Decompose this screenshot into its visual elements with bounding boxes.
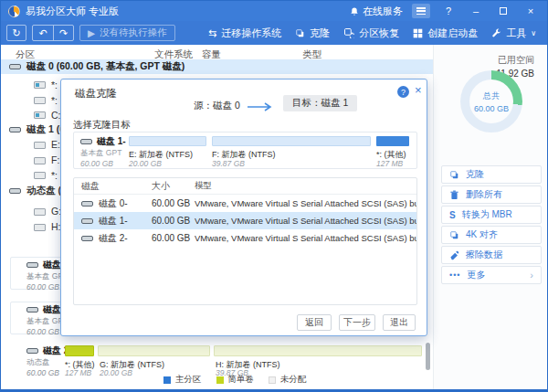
- migrate-os-label: 迁移操作系统: [221, 26, 281, 40]
- online-service-button[interactable]: 在线服务: [350, 5, 403, 18]
- chevron-right-icon: ›: [530, 270, 533, 281]
- maximize-icon: [500, 7, 507, 15]
- sidebar-more-button[interactable]: ••• 更多 ›: [441, 266, 542, 284]
- drive-icon: [34, 208, 46, 216]
- exit-button[interactable]: 退出: [383, 314, 416, 331]
- legend-simple: 简单卷: [216, 374, 255, 386]
- back-button[interactable]: 返回: [297, 314, 332, 331]
- next-button[interactable]: 下一步: [339, 314, 375, 331]
- partition-recovery-label: 分区恢复: [359, 26, 399, 40]
- used-space-label: 已用空间: [498, 55, 534, 65]
- header-disk: 磁盘: [74, 180, 152, 193]
- disk-icon: [26, 348, 38, 354]
- tree-item-volume[interactable]: *:: [34, 95, 58, 106]
- sidebar-convert-mbr-button[interactable]: S 转换为 MBR: [441, 206, 542, 224]
- pending-operations-button[interactable]: ▶ 没有待执行操作: [79, 25, 175, 41]
- preview-partition-e[interactable]: [129, 136, 206, 146]
- migrate-os-button[interactable]: ⇆ 迁移操作系统: [208, 26, 281, 40]
- pending-operations-label: 没有待执行操作: [100, 26, 167, 39]
- disk-table-row-0[interactable]: 磁盘 0- 60.00 GB VMware, VMware Virtual S …: [74, 195, 416, 212]
- help-button[interactable]: ?: [439, 4, 458, 18]
- partition-size: 127 MB: [376, 159, 403, 168]
- tree-item-volume[interactable]: C:: [34, 110, 61, 121]
- close-button[interactable]: ×: [522, 4, 540, 18]
- tree-disk0-label: 磁盘 0 (60.00 GB, 基本盘, GPT 磁盘): [26, 60, 184, 73]
- disk-table-row-2[interactable]: 磁盘 2- 60.00 GB VMware, VMware Virtual S …: [74, 229, 416, 247]
- boot-disk-icon: [413, 28, 423, 38]
- primary-swatch: [163, 376, 171, 384]
- disk-icon: [81, 236, 93, 241]
- hamburger-icon: [416, 7, 426, 15]
- refresh-button[interactable]: ↻: [6, 25, 26, 41]
- legend-unallocated: 未分配: [269, 374, 307, 386]
- dialog-close-button[interactable]: ×: [415, 84, 422, 96]
- migrate-icon: ⇆: [208, 27, 216, 39]
- sidebar-delete-all-button[interactable]: 删除所有: [441, 185, 542, 204]
- tools-menu-button[interactable]: 工具 ∨: [491, 26, 536, 40]
- tree-disk0-row[interactable]: 磁盘 0 (60.00 GB, 基本盘, GPT 磁盘): [1, 59, 433, 74]
- clone-icon: [295, 28, 305, 38]
- app-logo-icon: [8, 5, 20, 17]
- drive-icon: [34, 157, 46, 164]
- disk2-partition-g[interactable]: [98, 345, 210, 356]
- sidebar-erase-data-button[interactable]: 擦除数据: [441, 246, 542, 264]
- partition-size: 127 MB: [65, 368, 91, 377]
- disk-icon: [26, 262, 38, 268]
- more-dots-icon: •••: [449, 270, 460, 280]
- help-icon: ?: [401, 88, 406, 97]
- tools-menu-label: 工具: [506, 26, 526, 40]
- header-size: 大小: [152, 180, 195, 193]
- redo-icon: ↷: [54, 27, 73, 39]
- title-bar: 易我分区大师 专业版 在线服务 ? – ×: [1, 1, 547, 21]
- create-boot-disk-button[interactable]: 创建启动盘: [413, 26, 478, 40]
- partition-recovery-button[interactable]: 分区恢复: [343, 26, 399, 40]
- clone-toolbar-button[interactable]: 克隆: [295, 26, 330, 40]
- disk-icon: [81, 201, 93, 207]
- recovery-icon: [343, 27, 354, 38]
- preview-partition-f[interactable]: [212, 136, 371, 146]
- eraser-icon: [449, 250, 459, 260]
- total-label: 总共: [483, 90, 500, 102]
- disk2-partition-h[interactable]: [214, 345, 422, 356]
- dialog-help-button[interactable]: ?: [397, 86, 409, 98]
- arrow-right-icon: [247, 99, 274, 115]
- create-boot-disk-label: 创建启动盘: [427, 26, 478, 40]
- redo-button[interactable]: ↷: [53, 26, 73, 40]
- dialog-title: 磁盘克隆: [75, 87, 117, 101]
- partition-size: 20.00 GB: [100, 368, 132, 377]
- disk2-partition-other[interactable]: [65, 345, 94, 356]
- play-icon: ▶: [88, 27, 95, 38]
- help-icon: ?: [446, 6, 451, 16]
- right-sidebar: 已用空间 11.92 GB 总共 60.00 GB 克隆 删除所有 S 转换为 …: [433, 45, 547, 390]
- preview-disk-info: 磁盘 1- 基本盘 GPT 60.00 GB: [80, 135, 126, 168]
- close-icon: ×: [415, 83, 422, 97]
- drive-icon: [34, 97, 46, 104]
- close-icon: ×: [528, 6, 533, 16]
- preview-partition-other[interactable]: [376, 136, 409, 146]
- menu-button[interactable]: [412, 4, 430, 18]
- maximize-button[interactable]: [494, 4, 512, 18]
- disk-table-header: 磁盘 大小 模型: [74, 178, 416, 195]
- disk-clone-dialog: 磁盘克隆 ? × 源：磁盘 0 目标：磁盘 1 选择克隆目标 磁盘 1- 基本盘…: [60, 79, 427, 336]
- clone-toolbar-label: 克隆: [310, 26, 330, 40]
- unallocated-swatch: [269, 376, 276, 384]
- refresh-icon: ↻: [12, 27, 20, 39]
- tree-item-volume[interactable]: *:: [34, 79, 58, 90]
- partition-size: 20.00 GB: [129, 159, 162, 168]
- minimize-button[interactable]: –: [467, 4, 485, 18]
- source-disk-label: 源：磁盘 0: [194, 100, 240, 112]
- simple-swatch: [216, 376, 224, 384]
- undo-button[interactable]: ↶: [33, 26, 53, 40]
- header-model: 模型: [195, 180, 416, 192]
- sidebar-clone-button[interactable]: 克隆: [441, 165, 542, 184]
- app-title: 易我分区大师 专业版: [26, 5, 119, 18]
- sidebar-4k-align-button[interactable]: 4K 对齐: [441, 226, 542, 244]
- toolbar: ↻ ↶ ↷ ▶ 没有待执行操作 ⇆ 迁移操作系统 克隆 分区恢复 创建: [1, 21, 547, 45]
- minimize-icon: –: [473, 6, 479, 16]
- disk-table-row-1-selected[interactable]: 磁盘 1- 60.00 GB VMware, VMware Virtual S …: [74, 212, 416, 229]
- tree-item-volume[interactable]: *:: [34, 170, 58, 181]
- disk-table: 磁盘 大小 模型 磁盘 0- 60.00 GB VMware, VMware V…: [73, 177, 417, 305]
- clone-icon: [449, 170, 459, 180]
- scrollbar-thumb[interactable]: [426, 343, 430, 370]
- disk-icon: [9, 64, 21, 69]
